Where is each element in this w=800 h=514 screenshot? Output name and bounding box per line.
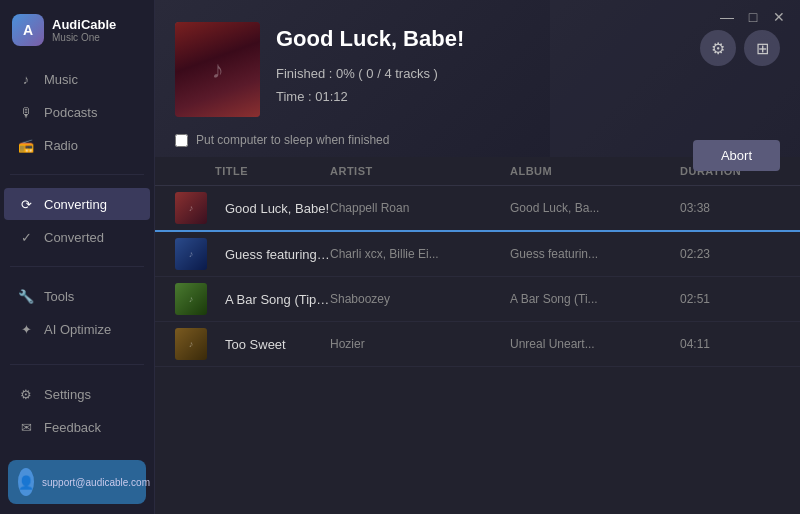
header-info: Good Luck, Babe! Finished : 0% ( 0 / 4 t… [276,22,684,109]
divider-2 [10,266,144,267]
sidebar-item-tools[interactable]: 🔧 Tools [4,280,150,312]
converting-icon: ⟳ [18,196,34,212]
track-album: Unreal Uneart... [510,337,680,351]
col-artist: ARTIST [330,165,510,177]
table-row[interactable]: ♪ Good Luck, Babe! Chappell Roan Good Lu… [155,186,800,232]
album-title: Good Luck, Babe! [276,26,684,52]
col-title: TITLE [215,165,330,177]
app-subtitle: Music One [52,32,116,43]
track-title: A Bar Song (Tipsy) [215,292,330,307]
track-thumbnail: ♪ [175,192,207,224]
minimize-button[interactable]: — [718,8,736,26]
sidebar-item-converting[interactable]: ⟳ Converting [4,188,150,220]
sidebar-item-label: Feedback [44,420,101,435]
sidebar-item-label: Radio [44,138,78,153]
col-album: ALBUM [510,165,680,177]
album-art [175,22,260,117]
track-thumbnail: ♪ [175,283,207,315]
app-icon: A [12,14,44,46]
sidebar-item-label: Tools [44,289,74,304]
header-area: Good Luck, Babe! Finished : 0% ( 0 / 4 t… [155,0,800,133]
sidebar-item-music[interactable]: ♪ Music [4,63,150,95]
sidebar-item-label: AI Optimize [44,322,111,337]
header-actions: ⚙ ⊞ [700,22,780,66]
track-title: Guess featuring Billie Eilish [215,247,330,262]
window-controls: — □ ✕ [718,8,788,26]
album-art-image [175,22,260,117]
track-album: Good Luck, Ba... [510,201,680,215]
sidebar-item-label: Converting [44,197,107,212]
converted-icon: ✓ [18,229,34,245]
sleep-label: Put computer to sleep when finished [196,133,389,147]
maximize-button[interactable]: □ [744,8,762,26]
close-button[interactable]: ✕ [770,8,788,26]
sidebar-item-label: Music [44,72,78,87]
sidebar-item-label: Podcasts [44,105,97,120]
settings-button[interactable]: ⚙ [700,30,736,66]
tools-icon: 🔧 [18,288,34,304]
sleep-checkbox[interactable] [175,134,188,147]
table-row[interactable]: ♪ A Bar Song (Tipsy) Shaboozey A Bar Son… [155,277,800,322]
avatar: 👤 [18,468,34,496]
app-logo: A AudiCable Music One [0,0,154,56]
time-label: Time : 01:12 [276,85,684,108]
user-email: support@audicable.com [42,476,150,489]
track-thumbnail: ♪ [175,238,207,270]
app-title: AudiCable [52,17,116,32]
track-duration: 02:51 [680,292,780,306]
track-album: Guess featurin... [510,247,680,261]
track-title: Good Luck, Babe! [215,201,330,216]
sidebar-item-podcasts[interactable]: 🎙 Podcasts [4,96,150,128]
settings-icon: ⚙ [18,386,34,402]
col-num [175,165,215,177]
user-card[interactable]: 👤 support@audicable.com [8,460,146,504]
divider-3 [10,364,144,365]
sidebar-item-label: Settings [44,387,91,402]
divider-1 [10,174,144,175]
spacer [0,352,154,358]
abort-button[interactable]: Abort [693,140,780,171]
track-artist: Charli xcx, Billie Ei... [330,247,510,261]
track-table: TITLE ARTIST ALBUM DURATION ♪ Good Luck,… [155,157,800,514]
track-thumbnail: ♪ [175,328,207,360]
sidebar: A AudiCable Music One ♪ Music 🎙 Podcasts… [0,0,155,514]
table-row[interactable]: ♪ Too Sweet Hozier Unreal Uneart... 04:1… [155,322,800,367]
abort-button-area: Abort [693,140,780,171]
user-section: 👤 support@audicable.com [0,450,154,514]
track-artist: Shaboozey [330,292,510,306]
bottom-section: ⚙ Settings ✉ Feedback [0,371,154,450]
podcasts-icon: 🎙 [18,104,34,120]
sidebar-item-settings[interactable]: ⚙ Settings [4,378,150,410]
sidebar-item-ai-optimize[interactable]: ✦ AI Optimize [4,313,150,345]
ai-icon: ✦ [18,321,34,337]
progress-label: Finished : 0% ( 0 / 4 tracks ) [276,62,684,85]
track-duration: 02:23 [680,247,780,261]
feedback-icon: ✉ [18,419,34,435]
track-duration: 04:11 [680,337,780,351]
format-button[interactable]: ⊞ [744,30,780,66]
table-row[interactable]: ♪ Guess featuring Billie Eilish Charli x… [155,232,800,277]
track-duration: 03:38 [680,201,780,215]
nav-section: ♪ Music 🎙 Podcasts 📻 Radio [0,56,154,168]
tools-section: 🔧 Tools ✦ AI Optimize [0,273,154,352]
track-artist: Hozier [330,337,510,351]
app-name-group: AudiCable Music One [52,17,116,43]
converting-section: ⟳ Converting ✓ Converted [0,181,154,260]
track-list: ♪ Good Luck, Babe! Chappell Roan Good Lu… [155,186,800,367]
sidebar-item-converted[interactable]: ✓ Converted [4,221,150,253]
sidebar-item-feedback[interactable]: ✉ Feedback [4,411,150,443]
sidebar-item-label: Converted [44,230,104,245]
track-album: A Bar Song (Ti... [510,292,680,306]
main-content: — □ ✕ Good Luck, Babe! Finished : 0% ( 0… [155,0,800,514]
sidebar-item-radio[interactable]: 📻 Radio [4,129,150,161]
radio-icon: 📻 [18,137,34,153]
track-title: Too Sweet [215,337,330,352]
track-artist: Chappell Roan [330,201,510,215]
music-icon: ♪ [18,71,34,87]
